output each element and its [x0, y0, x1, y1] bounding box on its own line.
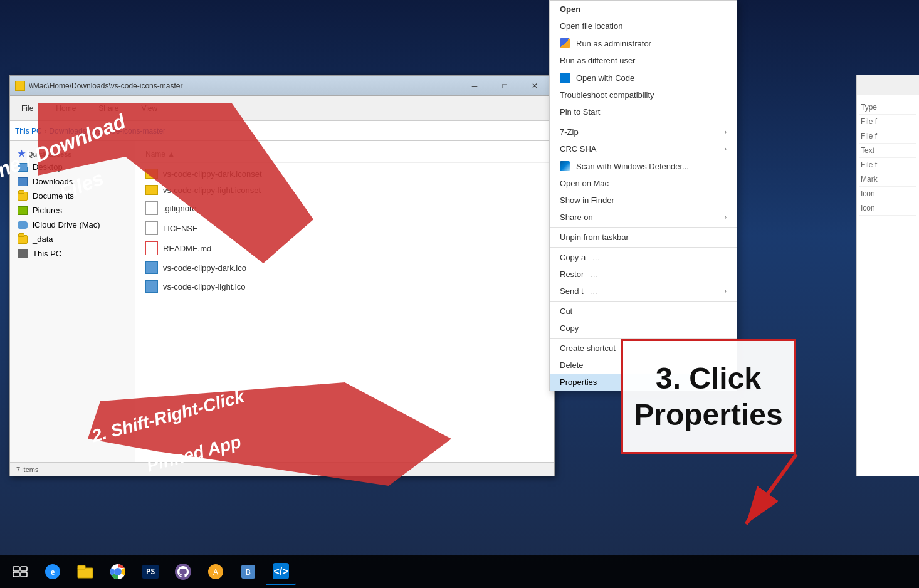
sidebar-item-data[interactable]: _data	[10, 232, 135, 246]
taskbar-app1[interactable]: A	[201, 558, 231, 585]
sidebar-item-icloud[interactable]: iCloud Drive (Mac)	[10, 218, 135, 232]
ctx-crc-sha[interactable]: CRC SHA ›	[550, 140, 737, 157]
text-icon-1	[145, 201, 158, 215]
breadcrumb-sep-2: ›	[89, 127, 92, 135]
ctx-open-file-location[interactable]: Open file location	[550, 18, 737, 34]
file-item-6[interactable]: vs-code-clippy-dark.ico	[140, 258, 549, 277]
col-header-name[interactable]: Name ▲	[140, 149, 180, 160]
taskbar-powershell[interactable]: PS	[135, 558, 165, 585]
submenu-arrow-sendto: ›	[725, 288, 727, 295]
svg-rect-10	[13, 567, 19, 571]
ctx-open[interactable]: Open	[550, 1, 737, 18]
ctx-7zip[interactable]: 7-Zip ›	[550, 123, 737, 140]
star-icon: ★	[18, 149, 26, 159]
taskbar-ie[interactable]: e	[38, 558, 68, 585]
svg-text:PS: PS	[146, 567, 155, 576]
file-item-4[interactable]: LICENSE	[140, 218, 549, 238]
ribbon-tab-file[interactable]: File	[16, 102, 38, 115]
right-col-ff1: File f	[859, 115, 916, 129]
ctx-scan-defender[interactable]: Scan with Windows Defender...	[550, 157, 737, 175]
ctx-open-on-mac[interactable]: Open on Mac	[550, 175, 737, 192]
right-col-ff3: File f	[859, 158, 916, 172]
svg-point-20	[115, 569, 120, 574]
sidebar-item-downloads[interactable]: Downloads	[10, 174, 135, 189]
file-item-5[interactable]: README.md	[140, 238, 549, 258]
svg-text:A: A	[213, 568, 218, 577]
ribbon-tab-home[interactable]: Home	[51, 102, 81, 115]
main-content: Name ▲ vs-code-clippy-dark.iconset vs-co…	[135, 141, 554, 462]
file-item-7[interactable]: vs-code-clippy-light.ico	[140, 277, 549, 296]
ctx-run-different-user[interactable]: Run as different user	[550, 52, 737, 69]
sidebar-label-icloud: iCloud Drive (Mac)	[33, 220, 100, 229]
ctx-send-to[interactable]: Send t… ›	[550, 283, 737, 300]
taskbar-taskview[interactable]	[5, 558, 35, 585]
taskbar-app2[interactable]: B	[233, 558, 263, 585]
close-button[interactable]: ✕	[520, 77, 549, 95]
ctx-create-shortcut[interactable]: Create shortcut	[550, 340, 737, 357]
ctx-delete[interactable]: Delete	[550, 357, 737, 374]
right-col-mark: Mark	[859, 172, 916, 187]
column-headers: Name ▲	[140, 146, 549, 163]
file-item-3[interactable]: .gitignore	[140, 198, 549, 218]
ctx-share-on[interactable]: Share on ›	[550, 209, 737, 226]
breadcrumb-sep-1: ›	[45, 127, 47, 135]
minimize-button[interactable]: ─	[460, 77, 489, 95]
maximize-button[interactable]: □	[490, 77, 519, 95]
file-item-2[interactable]: vs-code-clippy-light.iconset	[140, 182, 549, 198]
file-name-2: vs-code-clippy-light.iconset	[163, 186, 261, 195]
svg-rect-11	[21, 567, 27, 571]
file-item-1[interactable]: vs-code-clippy-dark.iconset	[140, 165, 549, 182]
address-bar: This PC › Downloads › vs-code-icons-mast…	[10, 121, 554, 141]
breadcrumb-pc[interactable]: This PC	[15, 127, 42, 135]
right-col-labels: Type File f File f Text File f Mark Icon…	[857, 95, 919, 221]
icloud-icon	[18, 221, 28, 229]
ctx-open-with-code[interactable]: Open with Code	[550, 69, 737, 87]
file-name-6: vs-code-clippy-dark.ico	[163, 263, 246, 273]
sidebar-item-desktop[interactable]: Desktop	[10, 160, 135, 174]
right-col-type: Type	[859, 100, 916, 115]
ctx-properties[interactable]: Properties	[550, 374, 737, 391]
svg-text:e: e	[51, 567, 55, 577]
sidebar-item-documents[interactable]: Documents	[10, 189, 135, 203]
ctx-copy-as-path[interactable]: Copy a…	[550, 249, 737, 266]
breadcrumb: This PC › Downloads › vs-code-icons-mast…	[15, 127, 165, 135]
data-folder-icon	[18, 235, 28, 244]
svg-text:B: B	[246, 568, 251, 577]
breadcrumb-downloads[interactable]: Downloads	[49, 127, 86, 135]
defender-icon	[560, 161, 570, 171]
status-bar: 7 items	[10, 462, 554, 476]
status-bar-text: 7 items	[16, 466, 38, 473]
taskbar-file-explorer[interactable]	[70, 558, 100, 585]
ribbon-tab-view[interactable]: View	[136, 102, 162, 115]
right-col-icon2: Icon	[859, 201, 916, 216]
window-icon	[15, 81, 25, 91]
ctx-pin-start[interactable]: Pin to Start	[550, 103, 737, 120]
sidebar-label-documents: Documents	[33, 191, 74, 201]
pc-icon	[18, 249, 28, 258]
ctx-cut[interactable]: Cut	[550, 303, 737, 320]
ctx-copy[interactable]: Copy	[550, 320, 737, 337]
ctx-sep-4	[550, 301, 737, 302]
ribbon-tab-share[interactable]: Share	[93, 102, 123, 115]
vscode-icon	[560, 73, 570, 83]
ctx-restore-versions[interactable]: Restor…	[550, 266, 737, 283]
taskbar-github[interactable]	[168, 558, 198, 585]
taskbar-vscode[interactable]: </>	[266, 558, 296, 585]
file-name-1: vs-code-clippy-dark.iconset	[163, 169, 262, 179]
sidebar-item-thispc[interactable]: This PC	[10, 246, 135, 261]
sidebar-label-downloads: Downloads	[33, 177, 73, 186]
ctx-unpin-taskbar[interactable]: Unpin from taskbar	[550, 229, 737, 246]
ctx-troubleshoot[interactable]: Troubleshoot compatibility	[550, 87, 737, 103]
taskbar-chrome[interactable]	[103, 558, 133, 585]
title-bar: \\Mac\Home\Downloads\vs-code-icons-maste…	[10, 76, 554, 96]
file-list: vs-code-clippy-dark.iconset vs-code-clip…	[140, 165, 549, 296]
ico-icon-2	[145, 280, 158, 293]
folder-icon-2	[145, 185, 158, 195]
svg-rect-13	[21, 572, 27, 577]
sidebar-label-desktop: Desktop	[33, 162, 63, 172]
ctx-show-finder[interactable]: Show in Finder	[550, 192, 737, 209]
sidebar-item-pictures[interactable]: Pictures	[10, 203, 135, 218]
ctx-run-admin[interactable]: Run as administrator	[550, 34, 737, 52]
breadcrumb-folder[interactable]: vs-code-icons-master	[93, 127, 165, 135]
text-icon-2	[145, 221, 158, 235]
